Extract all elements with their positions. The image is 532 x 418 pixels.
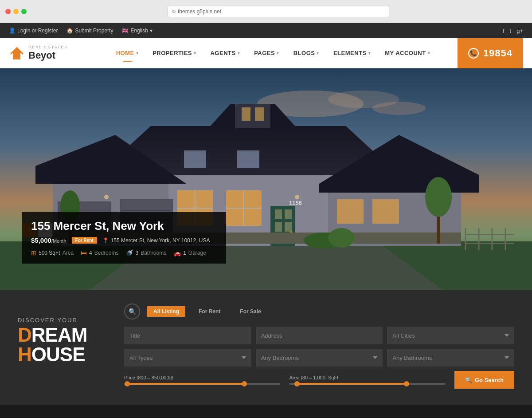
feature-garage: 🚗 1 Garage	[173, 249, 206, 256]
area-icon: ⊞	[31, 249, 36, 256]
tab-for-sale[interactable]: For Sale	[234, 306, 267, 317]
discover-label: DISCOVER YOUR	[18, 317, 106, 323]
nav-my-account[interactable]: MY ACCOUNT ▾	[379, 46, 436, 60]
nav-blogs[interactable]: BLOGS ▾	[287, 46, 325, 60]
flag-icon: 🇬🇧	[122, 28, 129, 34]
property-meta: $5,000/Month For Rent 📍 155 Mercer St, N…	[31, 237, 217, 244]
language-selector[interactable]: 🇬🇧 English ▾	[122, 28, 152, 34]
area-label: Area	[63, 250, 74, 256]
chevron-down-icon: ▾	[277, 51, 279, 55]
type-select[interactable]: All Types	[124, 349, 251, 367]
nav-account-label: MY ACCOUNT	[385, 50, 426, 56]
submit-property-link[interactable]: 🏠 Submit Property	[66, 28, 113, 34]
top-bar-left: 👤 Login or Register 🏠 Submit Property 🇬🇧…	[9, 28, 153, 34]
facebook-icon[interactable]: f	[503, 28, 505, 34]
address-input[interactable]	[256, 327, 383, 344]
chevron-down-icon: ▾	[150, 28, 153, 34]
nav-home-label: HOME	[116, 50, 134, 56]
maximize-button[interactable]	[21, 9, 27, 14]
url-text: themes.g5plus.net	[178, 8, 221, 15]
logo-text: REAL ESTATES Beyot	[28, 45, 68, 61]
search-icon: 🔍	[124, 304, 140, 319]
nav-agents-label: AGENTS	[210, 50, 235, 56]
nav-home[interactable]: HOME ▾	[110, 46, 145, 60]
city-select[interactable]: All Cities	[387, 327, 514, 344]
price-range-thumb-min[interactable]	[125, 381, 130, 386]
price-range-group: Price [800 – 850,000]$	[124, 375, 280, 385]
price-range-label: Price [800 – 850,000]$	[124, 375, 280, 380]
feature-bedrooms: 🛏 4 Bedrooms	[81, 249, 118, 256]
area-range-thumb-max[interactable]	[404, 381, 409, 386]
chevron-down-icon: ▾	[428, 51, 430, 55]
price-period: /Month	[51, 238, 66, 244]
close-button[interactable]	[5, 9, 11, 14]
phone-badge[interactable]: 📞 19854	[458, 38, 523, 68]
area-range-fill	[297, 383, 407, 385]
area-range-thumb-min[interactable]	[294, 381, 300, 386]
go-search-label: Go Search	[475, 377, 504, 383]
top-bar: 👤 Login or Register 🏠 Submit Property 🇬🇧…	[0, 23, 532, 38]
search-tabs: 🔍 All Listing For Rent For Sale	[124, 304, 514, 319]
logo[interactable]: REAL ESTATES Beyot	[9, 45, 89, 61]
tab-for-rent[interactable]: For Rent	[192, 306, 227, 317]
nav-elements[interactable]: ELEMENTS ▾	[327, 46, 377, 60]
search-area: 🔍 All Listing For Rent For Sale All Citi…	[124, 304, 514, 389]
search-icon: 🔍	[465, 377, 472, 383]
range-row: Price [800 – 850,000]$ Area [80 – 1,000]…	[124, 371, 514, 389]
bed-icon: 🛏	[81, 249, 87, 256]
nav-properties[interactable]: PROPERTIES ▾	[146, 46, 202, 60]
main-nav: REAL ESTATES Beyot HOME ▾ PROPERTIES ▾ A…	[0, 38, 532, 68]
feature-area: ⊞ 500 SqFt Area	[31, 249, 74, 256]
price-range-thumb-max[interactable]	[242, 381, 247, 386]
go-search-button[interactable]: 🔍 Go Search	[454, 371, 514, 389]
area-value: 500 SqFt	[39, 250, 60, 256]
google-plus-icon[interactable]: g+	[516, 28, 523, 34]
garage-label: Garage	[188, 250, 206, 256]
nav-properties-label: PROPERTIES	[153, 50, 192, 56]
phone-number: 19854	[483, 47, 512, 59]
url-bar[interactable]: ↻ themes.g5plus.net	[168, 6, 389, 17]
garage-value: 1	[183, 250, 186, 256]
bathrooms-label: Bathrooms	[141, 250, 166, 256]
tab-all-listing[interactable]: All Listing	[147, 306, 185, 317]
bedrooms-select[interactable]: Any Bedrooms	[256, 349, 383, 367]
chevron-down-icon: ▾	[368, 51, 371, 55]
search-section: DISCOVER YOUR DDREAMREAM HOUSE 🔍 All Lis…	[0, 290, 532, 405]
property-address: 📍 155 Mercer St, New York, NY 10012, USA	[102, 237, 210, 244]
browser-chrome: ↻ themes.g5plus.net	[0, 0, 532, 23]
nav-agents[interactable]: AGENTS ▾	[204, 46, 246, 60]
garage-icon: 🚗	[173, 249, 181, 256]
nav-pages[interactable]: PAGES ▾	[248, 46, 286, 60]
property-card: 155 Mercer St, New York $5,000/Month For…	[22, 212, 226, 264]
area-range-group: Area [80 – 1,000] SqFt	[289, 375, 445, 385]
property-price: $5,000/Month	[31, 237, 66, 244]
dream-line1: DDREAMREAM	[18, 325, 106, 345]
hero-section: 1156 ‹ › 155 Mercer	[0, 68, 532, 290]
logo-icon	[9, 45, 25, 61]
nav-pages-label: PAGES	[254, 50, 275, 56]
rent-badge: For Rent	[72, 237, 97, 244]
chevron-down-icon: ▾	[136, 51, 139, 55]
phone-icon: 📞	[468, 48, 479, 59]
login-link[interactable]: 👤 Login or Register	[9, 28, 58, 34]
area-range-track	[289, 383, 445, 385]
price-range-track	[124, 383, 280, 385]
area-range-label: Area [80 – 1,000] SqFt	[289, 375, 445, 380]
title-input[interactable]	[124, 327, 251, 344]
dream-house-text: DDREAMREAM HOUSE	[18, 325, 106, 364]
location-icon: 📍	[102, 237, 109, 244]
logo-main-text: Beyot	[28, 50, 68, 61]
bathrooms-select[interactable]: Any Bathrooms	[387, 349, 514, 367]
login-label: Login or Register	[17, 28, 58, 34]
twitter-icon[interactable]: t	[510, 28, 512, 34]
property-icon: 🏠	[66, 28, 73, 34]
dream-line2: HOUSE	[18, 345, 106, 364]
bedrooms-value: 4	[89, 250, 92, 256]
search-row-2: All Types Any Bedrooms Any Bathrooms	[124, 349, 514, 367]
minimize-button[interactable]	[13, 9, 19, 14]
bedrooms-label: Bedrooms	[94, 250, 119, 256]
property-features: ⊞ 500 SqFt Area 🛏 4 Bedrooms 🚿 3 Bathroo…	[31, 249, 217, 256]
chevron-down-icon: ▾	[238, 51, 240, 55]
bathrooms-value: 3	[135, 250, 138, 256]
price-range-fill	[127, 383, 244, 385]
